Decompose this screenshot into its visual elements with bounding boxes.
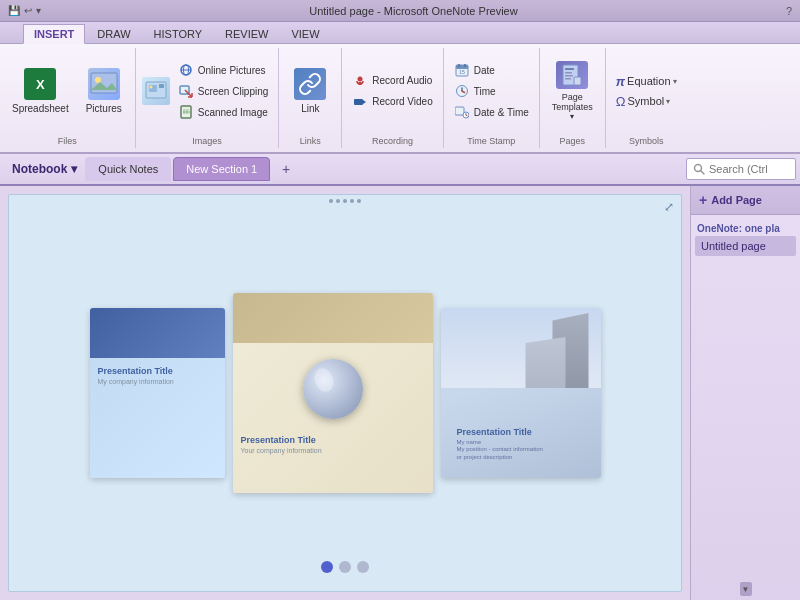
page-templates-dropdown: ▾ bbox=[570, 112, 574, 121]
help-button[interactable]: ? bbox=[786, 5, 792, 17]
spreadsheet-label: Spreadsheet bbox=[12, 103, 69, 114]
date-button[interactable]: 15 Date bbox=[450, 60, 533, 80]
online-pictures-button[interactable]: Online Pictures bbox=[174, 60, 273, 80]
svg-line-40 bbox=[701, 171, 705, 175]
slide-sky-right bbox=[441, 308, 601, 388]
record-video-button[interactable]: Record Video bbox=[348, 92, 436, 112]
svg-rect-19 bbox=[354, 99, 363, 105]
expand-button[interactable]: ⤢ bbox=[661, 199, 677, 215]
tab-review[interactable]: REVIEW bbox=[214, 24, 279, 43]
record-video-label: Record Video bbox=[372, 96, 432, 107]
online-pictures-icon bbox=[178, 62, 194, 78]
notebook-button[interactable]: Notebook ▾ bbox=[4, 158, 85, 180]
tab-view[interactable]: VIEW bbox=[280, 24, 330, 43]
template-slide-center[interactable]: Presentation Title Your company informat… bbox=[233, 293, 433, 493]
svg-rect-35 bbox=[565, 72, 572, 74]
right-panel: + Add Page OneNote: one pla Untitled pag… bbox=[690, 186, 800, 600]
tab-quick-notes[interactable]: Quick Notes bbox=[85, 157, 171, 181]
tab-new-section-1[interactable]: New Section 1 bbox=[173, 157, 270, 181]
tab-draw[interactable]: DRAW bbox=[86, 24, 141, 43]
slide-globe-container bbox=[233, 351, 433, 427]
quick-access-toolbar: 💾 ↩ ▾ bbox=[8, 5, 41, 16]
symbols-group-content: π Equation ▾ Ω Symbol ▾ bbox=[612, 50, 681, 132]
screen-clipping-button[interactable]: Screen Clipping bbox=[174, 81, 273, 101]
search-icon bbox=[693, 163, 705, 175]
section-header: OneNote: one pla bbox=[695, 219, 796, 236]
scanned-image-icon bbox=[178, 104, 194, 120]
slide-subtitle-left: My company information bbox=[98, 378, 217, 385]
slide-globe-icon bbox=[303, 359, 363, 419]
slide-subtitle-center: Your company information bbox=[241, 447, 425, 454]
tab-history[interactable]: HISTORY bbox=[143, 24, 214, 43]
svg-rect-34 bbox=[565, 68, 574, 70]
slide-title-right: Presentation Title bbox=[457, 427, 543, 437]
slide-header-left bbox=[90, 308, 225, 358]
right-panel-scrollbar: ▼ bbox=[691, 578, 800, 600]
ribbon-group-files: X Spreadsheet Pictures Files bbox=[0, 48, 136, 148]
templates-container: Presentation Title My company informatio… bbox=[21, 207, 669, 579]
svg-line-32 bbox=[466, 115, 467, 116]
symbol-dropdown-arrow: ▾ bbox=[666, 97, 670, 106]
files-group-label: Files bbox=[58, 132, 77, 146]
recording-group-label: Recording bbox=[372, 132, 413, 146]
main-content: ⤢ Presentation Title My company informat… bbox=[0, 186, 800, 600]
svg-point-17 bbox=[358, 76, 363, 81]
record-video-icon bbox=[352, 94, 368, 110]
notebook-label: Notebook bbox=[12, 162, 67, 176]
slide-dot-3[interactable] bbox=[357, 561, 369, 573]
search-input[interactable] bbox=[709, 163, 789, 175]
time-icon bbox=[454, 83, 470, 99]
symbols-buttons-col: π Equation ▾ Ω Symbol ▾ bbox=[612, 72, 681, 111]
ribbon-tabs: INSERT DRAW HISTORY REVIEW VIEW bbox=[0, 22, 800, 44]
handle-dot-5 bbox=[357, 199, 361, 203]
record-audio-icon bbox=[352, 73, 368, 89]
date-time-label: Date & Time bbox=[474, 107, 529, 118]
scanned-image-label: Scanned Image bbox=[198, 107, 268, 118]
link-icon bbox=[294, 68, 326, 100]
pages-group-label: Pages bbox=[560, 132, 586, 146]
images-group-content: Online Pictures Screen Clipping Scanned … bbox=[142, 50, 273, 132]
add-tab-button[interactable]: + bbox=[276, 159, 296, 179]
record-audio-button[interactable]: Record Audio bbox=[348, 71, 436, 91]
canvas-handle-top bbox=[329, 199, 361, 203]
record-audio-label: Record Audio bbox=[372, 75, 432, 86]
screen-clipping-label: Screen Clipping bbox=[198, 86, 269, 97]
tab-file[interactable] bbox=[2, 36, 22, 43]
template-slide-right[interactable]: Presentation Title My nameMy position - … bbox=[441, 308, 601, 478]
link-button[interactable]: Link bbox=[285, 57, 335, 125]
pictures-button[interactable]: Pictures bbox=[79, 57, 129, 125]
scanned-image-button[interactable]: Scanned Image bbox=[174, 102, 273, 122]
page-item-untitled[interactable]: Untitled page bbox=[695, 236, 796, 256]
spreadsheet-button[interactable]: X Spreadsheet bbox=[6, 57, 75, 125]
page-templates-label: PageTemplates bbox=[552, 92, 593, 112]
time-button[interactable]: Time bbox=[450, 81, 533, 101]
quick-save-icon[interactable]: 💾 bbox=[8, 5, 20, 16]
scroll-down-button[interactable]: ▼ bbox=[740, 582, 752, 596]
slide-dot-2[interactable] bbox=[339, 561, 351, 573]
svg-rect-37 bbox=[565, 78, 571, 80]
ribbon-group-pages: PageTemplates ▾ Pages bbox=[540, 48, 606, 148]
template-slide-left[interactable]: Presentation Title My company informatio… bbox=[90, 308, 225, 478]
add-page-label: Add Page bbox=[711, 194, 762, 206]
date-time-button[interactable]: Date & Time bbox=[450, 102, 533, 122]
slide-header-center bbox=[233, 293, 433, 343]
pages-list: OneNote: one pla Untitled page bbox=[691, 215, 800, 578]
tab-insert[interactable]: INSERT bbox=[23, 24, 85, 44]
equation-button[interactable]: π Equation ▾ bbox=[612, 72, 681, 91]
slide-dot-1[interactable] bbox=[321, 561, 333, 573]
ribbon-group-links: Link Links bbox=[279, 48, 342, 148]
window-title: Untitled page - Microsoft OneNote Previe… bbox=[41, 5, 786, 17]
add-page-plus-icon: + bbox=[699, 192, 707, 208]
quick-undo-icon[interactable]: ↩ bbox=[24, 5, 32, 16]
images-preview-icon bbox=[142, 77, 170, 105]
ribbon-body: X Spreadsheet Pictures Files bbox=[0, 44, 800, 154]
date-icon: 15 bbox=[454, 62, 470, 78]
page-templates-button[interactable]: PageTemplates ▾ bbox=[546, 57, 599, 125]
handle-dot-3 bbox=[343, 199, 347, 203]
equation-label: Equation bbox=[627, 75, 670, 87]
timestamp-group-label: Time Stamp bbox=[467, 132, 515, 146]
canvas-area: ⤢ Presentation Title My company informat… bbox=[0, 186, 690, 600]
add-page-button[interactable]: + Add Page bbox=[691, 186, 800, 215]
handle-dot-1 bbox=[329, 199, 333, 203]
symbol-button[interactable]: Ω Symbol ▾ bbox=[612, 92, 681, 111]
